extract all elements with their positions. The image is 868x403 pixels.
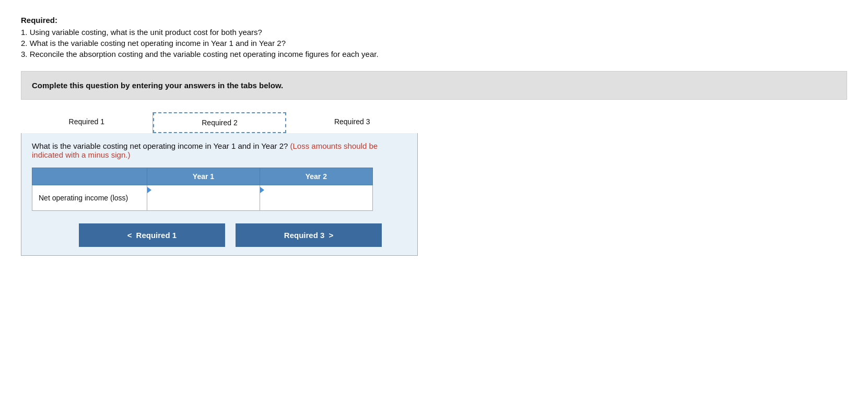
complete-banner: Complete this question by entering your …: [21, 71, 847, 100]
table-header-year2: Year 2: [260, 168, 372, 185]
panel-question: What is the variable costing net operati…: [32, 141, 407, 159]
table-row: Net operating income (loss): [32, 185, 373, 211]
prev-icon: <: [127, 231, 132, 240]
income-table: Year 1 Year 2 Net operating income (loss…: [32, 168, 373, 211]
instruction-item-3: 3. Reconcile the absorption costing and …: [21, 50, 847, 58]
instructions-header: Required:: [21, 16, 847, 25]
instruction-item-2: 2. What is the variable costing net oper…: [21, 39, 847, 48]
prev-label: Required 1: [136, 231, 177, 240]
table-header-year1: Year 1: [147, 168, 260, 185]
triangle-indicator-1: [147, 187, 151, 193]
row-label: Net operating income (loss): [32, 185, 147, 211]
panel-question-text: What is the variable costing net operati…: [32, 141, 288, 150]
tabs-row: Required 1 Required 2 Required 3: [21, 112, 418, 133]
tab-required-2[interactable]: Required 2: [153, 112, 287, 133]
year2-input[interactable]: [260, 194, 372, 210]
instructions-list: 1. Using variable costing, what is the u…: [21, 28, 847, 58]
next-button[interactable]: Required 3 >: [236, 223, 382, 247]
table-container: Year 1 Year 2 Net operating income (loss…: [32, 168, 407, 211]
complete-banner-text: Complete this question by entering your …: [32, 81, 283, 90]
nav-buttons: < Required 1 Required 3 >: [32, 223, 429, 247]
year2-input-cell[interactable]: [260, 185, 372, 211]
table-header-empty: [32, 168, 147, 185]
tab-required-3[interactable]: Required 3: [286, 112, 418, 133]
tab-panel: What is the variable costing net operati…: [21, 133, 418, 256]
year1-input[interactable]: [147, 194, 260, 210]
next-label: Required 3: [284, 231, 325, 240]
tabs-and-panel: Required 1 Required 2 Required 3 What is…: [21, 112, 418, 256]
year1-input-cell[interactable]: [147, 185, 260, 211]
instruction-item-1: 1. Using variable costing, what is the u…: [21, 28, 847, 37]
triangle-indicator-2: [260, 187, 264, 193]
tab-required-1[interactable]: Required 1: [21, 112, 153, 133]
prev-button[interactable]: < Required 1: [79, 223, 225, 247]
next-icon: >: [329, 231, 333, 240]
